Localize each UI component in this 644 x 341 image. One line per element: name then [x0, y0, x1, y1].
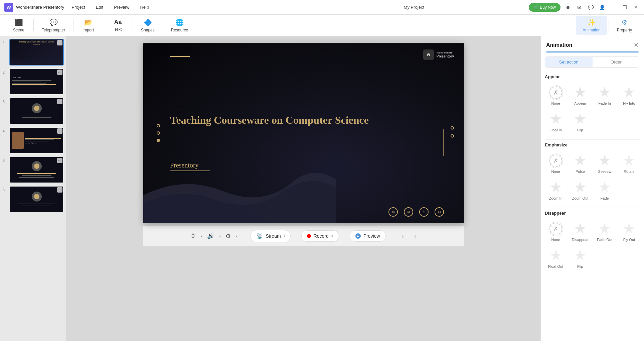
slide-more-6[interactable]: ⋯ — [57, 187, 62, 193]
emphasize-rotate[interactable]: Rotate — [618, 151, 640, 176]
slide-3-icon — [32, 103, 42, 113]
toolbar-separator-6 — [609, 19, 609, 31]
slide-thumb-6[interactable]: ⋯ — [9, 186, 64, 213]
slide-more-2[interactable]: ⋯ — [57, 70, 62, 75]
slide-thumb-inner-5 — [10, 157, 63, 183]
chat-icon-btn[interactable]: 💬 — [587, 3, 595, 11]
animation-panel: Animation ✕ Set action Order Appear ✗ No… — [540, 36, 644, 341]
menu-help[interactable]: Help — [138, 3, 151, 11]
slide-thumb-inner-4: Learning Objectives — [10, 128, 63, 153]
slide-thumb-3[interactable]: ⋯ — [9, 98, 64, 124]
slide-item-4[interactable]: 4 Learning Objectives ⋯ — [3, 127, 64, 154]
appear-appear[interactable]: Appear — [569, 83, 591, 107]
record-button[interactable]: Record ▾ — [301, 230, 339, 242]
appear-float-in[interactable]: Float In — [545, 110, 567, 134]
slide-canvas[interactable]: W Wondershare Presentory Teaching Course… — [143, 43, 464, 223]
slide-item-1[interactable]: 1 Teaching Courseware on Computer Scienc… — [3, 39, 64, 66]
appear-none[interactable]: ✗ None — [545, 83, 567, 107]
disappear-disappear[interactable]: Disappear — [569, 220, 591, 244]
appear-fade-in[interactable]: Fade In — [594, 83, 616, 107]
slide-2-title: CONTENTS — [12, 77, 21, 79]
emphasize-fade[interactable]: Fade — [594, 178, 616, 202]
canvas-subtitle[interactable]: Presentory — [170, 161, 210, 171]
toolbar-animation[interactable]: ✨ Animation — [576, 16, 607, 35]
settings-dropdown[interactable]: ▾ — [235, 234, 237, 238]
mic-dropdown[interactable]: ▾ — [201, 234, 202, 238]
disappear-flip[interactable]: Flip — [569, 246, 591, 270]
slide-thumb-1[interactable]: Teaching Courseware on Computer Science … — [9, 39, 64, 66]
disappear-flip-label: Flip — [577, 264, 583, 268]
canvas-bottom-icon-3: ⊙ — [419, 207, 429, 217]
divider-1 — [545, 139, 640, 140]
canvas-logo-brand: Wondershare — [437, 51, 454, 54]
toolbar-import[interactable]: 📂 Import — [75, 16, 102, 35]
slide-thumb-4[interactable]: Learning Objectives ⋯ — [9, 127, 64, 154]
toolbar-animation-label: Animation — [583, 28, 600, 32]
slide-more-3[interactable]: ⋯ — [57, 99, 62, 104]
vol-dropdown[interactable]: ▾ — [219, 234, 221, 238]
menu-preview[interactable]: Preview — [112, 3, 131, 11]
appear-fly-into-label: Fly Into — [623, 101, 635, 105]
app-name: Wondershare Presentory — [16, 5, 64, 10]
appear-none-icon: ✗ — [548, 85, 563, 100]
panel-close-button[interactable]: ✕ — [634, 41, 639, 49]
emphasize-seesaw[interactable]: Seesaw — [594, 151, 616, 176]
volume-button[interactable]: 🔊 — [205, 230, 216, 242]
disappear-none[interactable]: ✗ None — [545, 220, 567, 244]
disappear-float-out[interactable]: Float Out — [545, 246, 567, 270]
toolbar-scene[interactable]: ⬛ Scene — [5, 16, 32, 35]
slide-4-text: Learning Objectives — [25, 137, 61, 144]
teleprompter-icon: 💬 — [49, 18, 58, 26]
toolbar-property[interactable]: ⚙ Property — [610, 16, 639, 35]
appear-animation-grid: ✗ None Appear — [545, 83, 640, 134]
mail-icon-btn[interactable]: ✉ — [575, 3, 583, 11]
slide-thumb-2[interactable]: CONTENTS ⋯ — [9, 68, 64, 95]
slide-1-subtitle: Presentory — [33, 43, 40, 45]
buy-now-button[interactable]: 🛒 Buy Now — [529, 3, 560, 12]
settings-button[interactable]: ⚙ — [223, 230, 233, 242]
recording-indicator[interactable]: ⏺ — [564, 3, 572, 11]
canvas-title[interactable]: Teaching Courseware on Computer Science — [170, 110, 369, 126]
appear-float-in-icon — [548, 112, 563, 127]
slide-thumb-5[interactable]: ⋯ — [9, 156, 64, 183]
stream-button[interactable]: 📡 Stream ℹ — [251, 230, 290, 242]
microphone-button[interactable]: 🎙 — [188, 231, 198, 242]
toolbar-teleprompter[interactable]: 💬 Teleprompter — [35, 16, 72, 35]
slide-more-1[interactable]: ⋯ — [57, 40, 62, 45]
preview-button[interactable]: ▶ Preview — [350, 230, 386, 242]
toolbar-separator-5 — [163, 19, 163, 31]
nav-next-button[interactable]: › — [412, 231, 419, 241]
appear-flip[interactable]: Flip — [569, 110, 591, 134]
disappear-fade-out[interactable]: Fade Out — [594, 220, 616, 244]
menu-project[interactable]: Project — [69, 3, 87, 11]
appear-fly-into[interactable]: Fly Into — [618, 83, 640, 107]
emphasize-none[interactable]: ✗ None — [545, 151, 567, 176]
emphasize-zoom-out[interactable]: Zoom Out — [569, 178, 591, 202]
toolbar-shapes[interactable]: 🔷 Shapes — [134, 16, 161, 35]
maximize-button[interactable]: ❐ — [621, 3, 629, 11]
slide-item-2[interactable]: 2 CONTENTS ⋯ — [3, 68, 64, 95]
slide-item-3[interactable]: 3 ⋯ — [3, 98, 64, 124]
minimize-button[interactable]: — — [609, 3, 617, 11]
close-button[interactable]: ✕ — [632, 3, 640, 11]
disappear-fly-out-label: Fly Out — [623, 238, 635, 242]
canvas-subtitle-underline — [170, 170, 210, 171]
menu-edit[interactable]: Edit — [94, 3, 105, 11]
user-icon-btn[interactable]: 👤 — [598, 3, 606, 11]
disappear-fly-out[interactable]: Fly Out — [618, 220, 640, 244]
toolbar-text[interactable]: Aa Text — [105, 16, 131, 34]
emphasize-zoom-in[interactable]: Zoom In — [545, 178, 567, 202]
slide-item-5[interactable]: 5 ⋯ — [3, 156, 64, 183]
nav-prev-button[interactable]: ‹ — [399, 231, 407, 241]
slide-more-4[interactable]: ⋯ — [57, 128, 62, 134]
toolbar-resource[interactable]: 🌐 Resource — [164, 16, 195, 35]
emphasize-fade-label: Fade — [601, 196, 609, 200]
slide-item-6[interactable]: 6 ⋯ — [3, 186, 64, 213]
slide-more-5[interactable]: ⋯ — [57, 158, 62, 163]
canvas-title-line — [170, 110, 183, 110]
tab-set-action[interactable]: Set action — [545, 57, 593, 67]
tab-order[interactable]: Order — [593, 57, 640, 67]
emphasize-pulse[interactable]: Pulse — [569, 151, 591, 176]
appear-appear-label: Appear — [574, 101, 586, 105]
panel-tabs: Set action Order — [545, 56, 640, 68]
